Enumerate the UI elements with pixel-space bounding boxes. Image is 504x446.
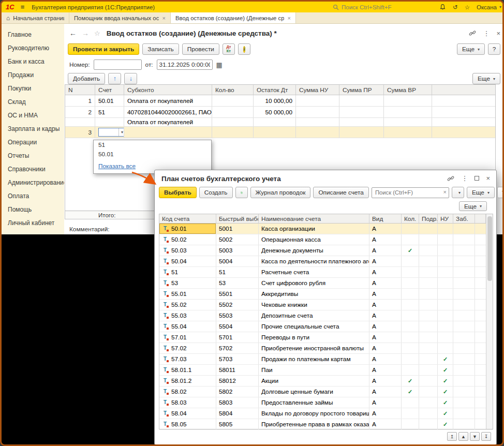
quick-select-cell[interactable]: 5502 xyxy=(216,300,259,310)
sum-nu-cell[interactable] xyxy=(296,107,339,117)
quick-select-cell[interactable]: 5804 xyxy=(216,408,259,419)
sum-nu-cell[interactable] xyxy=(296,118,339,126)
podr-flag-cell[interactable] xyxy=(419,343,438,353)
nav-up-button[interactable]: ▲ xyxy=(458,432,468,441)
account-row[interactable]: Т5151Расчетные счетаА xyxy=(159,267,493,278)
sidebar-item[interactable]: Оплата xyxy=(2,189,64,203)
zab-flag-cell[interactable] xyxy=(453,310,475,321)
nu-flag-cell[interactable]: ✓ xyxy=(438,397,453,408)
account-row[interactable]: Т50.035003Денежные документыА✓ xyxy=(159,245,493,256)
account-name-cell[interactable]: Чековые книжки xyxy=(259,300,369,310)
qty-cell[interactable] xyxy=(212,127,254,138)
doc-column-header[interactable]: Сумма ПР xyxy=(339,85,384,95)
quick-select-cell[interactable]: 5802 xyxy=(216,386,259,397)
account-name-cell[interactable]: Паи xyxy=(259,365,369,375)
qty-flag-cell[interactable] xyxy=(402,343,419,353)
podr-flag-cell[interactable] xyxy=(419,300,438,310)
sidebar-item[interactable]: Главное xyxy=(2,28,64,41)
qty-flag-cell[interactable] xyxy=(402,278,419,288)
quick-select-cell[interactable]: 5805 xyxy=(216,419,259,429)
accounts-column-header[interactable]: Вид xyxy=(369,214,402,223)
nu-flag-cell[interactable]: ✓ xyxy=(438,386,453,397)
qty-flag-cell[interactable] xyxy=(402,332,419,343)
zab-flag-cell[interactable] xyxy=(453,419,475,429)
sidebar-item[interactable]: Операции xyxy=(2,136,64,149)
nu-flag-cell[interactable]: ✓ xyxy=(438,376,453,386)
kind-cell[interactable]: А xyxy=(369,343,402,353)
quick-select-cell[interactable]: 53 xyxy=(216,278,259,288)
subconto-cell[interactable]: Оплата от покупателей xyxy=(124,118,212,126)
zab-flag-cell[interactable] xyxy=(453,278,475,288)
kebab-menu-icon[interactable]: ⋮ xyxy=(483,29,490,37)
quick-select-cell[interactable]: 5503 xyxy=(216,310,259,321)
accounts-column-header[interactable]: Кол. xyxy=(402,214,419,223)
copy-button[interactable] xyxy=(235,187,248,198)
kind-cell[interactable]: А xyxy=(369,300,402,310)
zab-flag-cell[interactable] xyxy=(453,300,475,310)
kind-cell[interactable]: А xyxy=(369,224,402,234)
doc-table-row[interactable]: 3▾↗ xyxy=(65,127,495,138)
doc-column-header[interactable]: Сумма ВР xyxy=(384,85,432,95)
nu-flag-cell[interactable] xyxy=(438,300,453,310)
quick-select-cell[interactable]: 51 xyxy=(216,267,259,277)
kind-cell[interactable]: А xyxy=(369,289,402,299)
kind-cell[interactable]: А xyxy=(369,256,402,266)
accounts-column-header[interactable]: Наименование счета xyxy=(259,214,369,223)
podr-flag-cell[interactable] xyxy=(419,354,438,364)
tab-close-icon[interactable]: × xyxy=(162,15,166,21)
nu-flag-cell[interactable] xyxy=(438,267,453,277)
qty-cell[interactable] xyxy=(212,118,254,126)
account-code-cell[interactable]: Т57.03 xyxy=(159,354,216,364)
nu-flag-cell[interactable]: ✓ xyxy=(438,354,453,364)
zab-flag-cell[interactable] xyxy=(453,267,475,277)
account-code-cell[interactable]: Т55.02 xyxy=(159,300,216,310)
nu-flag-cell[interactable] xyxy=(438,224,453,234)
account-row[interactable]: Т58.01.158011ПаиА✓ xyxy=(159,365,493,376)
account-code-cell[interactable]: Т50.01 xyxy=(159,224,216,234)
quick-select-cell[interactable]: 5001 xyxy=(216,224,259,234)
forward-button[interactable]: → xyxy=(82,29,89,37)
podr-flag-cell[interactable] xyxy=(419,234,438,245)
podr-flag-cell[interactable] xyxy=(419,289,438,299)
postings-journal-button[interactable]: Журнал проводок xyxy=(250,187,311,198)
account-name-cell[interactable]: Счет цифрового рубля xyxy=(259,278,369,288)
nu-flag-cell[interactable] xyxy=(438,234,453,245)
kind-cell[interactable]: А xyxy=(369,365,402,375)
add-row-button[interactable]: Добавить xyxy=(68,73,105,84)
account-name-cell[interactable]: Приобретенные права в рамках оказания ..… xyxy=(259,419,369,429)
account-code-cell[interactable]: Т57.02 xyxy=(159,343,216,353)
calendar-icon[interactable]: ▦ xyxy=(216,61,223,69)
sum-pr-cell[interactable] xyxy=(339,95,384,106)
account-name-cell[interactable]: Касса организации xyxy=(259,224,369,234)
account-code-cell[interactable]: Т58.01.1 xyxy=(159,365,216,375)
account-code-cell[interactable]: Т53 xyxy=(159,278,216,288)
sum-vr-cell[interactable] xyxy=(384,107,432,117)
link-icon[interactable] xyxy=(447,175,454,182)
sidebar-item[interactable]: Банк и касса xyxy=(2,55,64,68)
qty-flag-cell[interactable] xyxy=(402,310,419,321)
account-select-icon[interactable]: ▾ xyxy=(118,128,124,136)
notifications-bell-icon[interactable] xyxy=(439,4,446,10)
account-cell[interactable]: 50.01 xyxy=(95,95,124,106)
account-name-cell[interactable]: Вклады по договору простого товарищества xyxy=(259,408,369,419)
rows-more-button[interactable]: Еще▾ xyxy=(472,73,500,84)
account-row[interactable]: Т58.025802Долговые ценные бумагиА✓✓ xyxy=(159,386,493,397)
doc-column-header[interactable]: Остаток Дт xyxy=(254,85,296,95)
sum-pr-cell[interactable] xyxy=(339,107,384,117)
tab-balances[interactable]: Ввод остатков (создание) (Денежные средс… xyxy=(171,12,296,23)
close-dialog-icon[interactable]: × xyxy=(486,174,490,182)
move-down-button[interactable]: ↓ xyxy=(124,73,137,84)
podr-flag-cell[interactable] xyxy=(419,278,438,288)
kind-cell[interactable]: А xyxy=(369,397,402,408)
podr-flag-cell[interactable] xyxy=(419,386,438,397)
account-name-cell[interactable]: Долговые ценные бумаги xyxy=(259,386,369,397)
zab-flag-cell[interactable] xyxy=(453,256,475,266)
dropdown-item[interactable]: 51 xyxy=(94,140,211,150)
podr-flag-cell[interactable] xyxy=(419,408,438,419)
global-search[interactable]: Поиск Ctrl+Shift+F xyxy=(333,4,391,10)
account-name-cell[interactable]: Расчетные счета xyxy=(259,267,369,277)
nu-flag-cell[interactable] xyxy=(438,245,453,256)
accounts-column-header[interactable]: НУ xyxy=(438,214,453,223)
sidebar-item[interactable]: Руководителю xyxy=(2,41,64,55)
quick-select-cell[interactable]: 58012 xyxy=(216,376,259,386)
